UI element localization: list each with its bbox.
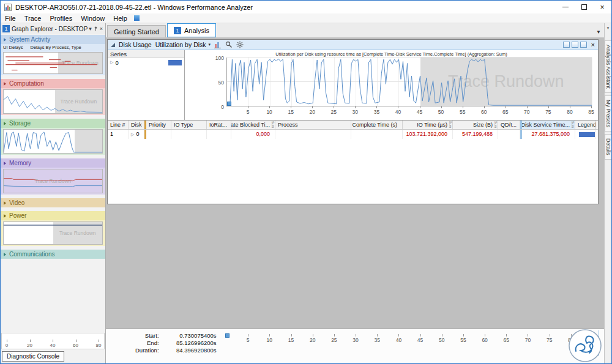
graph-explorer-close-icon[interactable]: × (99, 26, 104, 32)
row-expander-icon[interactable]: ▷ (131, 132, 134, 136)
open-graph-icon[interactable] (214, 41, 222, 48)
strip-menu-icon[interactable]: ▼ (605, 23, 611, 32)
side-tab-details[interactable]: Details (605, 134, 612, 160)
section-header-system-activity[interactable]: System Activity (1, 35, 105, 44)
section-header-memory[interactable]: Memory (1, 158, 105, 168)
section-label: Communications (9, 251, 54, 258)
table-only-icon[interactable] (580, 42, 587, 48)
series-pane: Series ▷0 (108, 50, 185, 120)
minimize-icon (562, 7, 569, 7)
preset-dropdown[interactable]: Utilization by Disk ▾ (155, 41, 211, 48)
explorer-timeline[interactable]: 020406080 (1, 333, 105, 349)
expander-icon (4, 162, 6, 165)
window-controls: × (556, 1, 611, 13)
column-header-complete-time-s[interactable]: Complete Time (s) (351, 121, 403, 129)
column-header-line[interactable]: Line # (108, 121, 129, 129)
tab-getting-started[interactable]: Getting Started (107, 25, 166, 37)
diagnostic-console-tab[interactable]: Diagnostic Console (2, 351, 64, 362)
column-header-label: Process (278, 122, 298, 128)
dock-chevron-icon[interactable]: ▾ (88, 26, 93, 32)
column-header-io-type[interactable]: IO Type (171, 121, 207, 129)
gridline-vertical (592, 58, 592, 106)
panel-close-icon[interactable]: × (591, 41, 595, 48)
panel-collapse-icon[interactable] (111, 43, 115, 47)
graph-thumbnail-power[interactable]: Trace Rundown (1, 220, 105, 246)
x-axis-tick (527, 106, 528, 108)
maximize-button[interactable] (575, 1, 593, 13)
pin-icon[interactable] (93, 26, 99, 32)
tab-analysis[interactable]: 1Analysis (167, 23, 216, 37)
thumbnail-sparkline (4, 53, 102, 73)
search-icon[interactable] (225, 41, 233, 48)
utilization-line (227, 58, 592, 106)
column-header-size-b[interactable]: Size (B)Sum (453, 121, 498, 129)
graph-thumbnail-memory[interactable]: Trace Rundown (1, 168, 105, 195)
aggregation-label: Sum (494, 121, 498, 128)
column-header-iorat[interactable]: IoRat... (207, 121, 231, 129)
timeline-tick-label: 20 (310, 337, 315, 343)
tab-overflow-icon[interactable]: ▼ (596, 29, 601, 37)
timeline-tick-label: 30 (353, 337, 358, 343)
utilization-plot[interactable]: Trace Rundown (226, 58, 592, 106)
column-header-io-time-s[interactable]: IO Time (µs)Sum (403, 121, 453, 129)
menu-extra-icon[interactable] (134, 15, 140, 21)
column-header-priority[interactable]: Priority (144, 121, 171, 129)
side-tab-my-presets[interactable]: My Presets (605, 95, 612, 132)
chevron-down-icon: ▾ (209, 42, 211, 47)
x-axis-labels: 510152025303540455055606570758085 (185, 106, 598, 120)
x-axis-tick (463, 106, 463, 108)
menu-item-file[interactable]: File (1, 15, 20, 22)
column-header-process[interactable]: Process (275, 121, 351, 129)
aggregation-label: Sum (271, 121, 275, 128)
minimize-button[interactable] (556, 1, 575, 13)
row-expander-icon[interactable]: ▷ (110, 60, 113, 65)
column-header-disk[interactable]: Disk (129, 121, 144, 129)
section-label: Memory (9, 160, 31, 166)
cell-size-b: 547.199,488 (453, 130, 498, 139)
graph-thumbnail-storage[interactable] (1, 128, 105, 155)
axis-tick (76, 340, 76, 342)
menu-item-trace[interactable]: Trace (20, 15, 46, 22)
axis-tick-label: 80 (96, 343, 102, 348)
section-header-power[interactable]: Power (1, 211, 105, 220)
timeline-tick (398, 334, 399, 336)
section-header-storage[interactable]: Storage (1, 119, 105, 128)
disk-usage-panel: Disk Usage Utilization by Disk ▾ (107, 39, 599, 204)
cell-disk-service-time: 27.681.375,000 (520, 130, 575, 139)
menu-item-window[interactable]: Window (76, 15, 109, 22)
section-header-computation[interactable]: Computation (1, 79, 105, 88)
expander-icon (4, 38, 6, 42)
timeline-axis[interactable]: 510152025303540455055606570758085 (226, 333, 592, 347)
series-row[interactable]: ▷0 (108, 58, 184, 67)
side-tab-analysis-assistant[interactable]: Analysis Assistant (605, 40, 612, 93)
gear-icon[interactable] (236, 41, 244, 48)
cell-value: 0,000 (256, 131, 270, 137)
x-axis-tick (291, 106, 291, 108)
section-header-communications[interactable]: Communications (1, 250, 105, 259)
section-header-video[interactable]: Video (1, 198, 105, 207)
timeline-tick-label: 35 (375, 337, 380, 343)
graph-thumbnail-computation[interactable]: Trace Rundown (1, 88, 105, 115)
window-title: DESKTOP-AR3O55I.07-21-2018.09-45-22.etl … (15, 4, 253, 11)
panel-header[interactable]: Disk Usage Utilization by Disk ▾ (108, 40, 598, 50)
graph-only-icon[interactable] (572, 42, 578, 48)
column-header-qd-i[interactable]: QD/I... (498, 121, 520, 129)
graph-thumbnail-system-activity[interactable]: Trace Rundown (1, 51, 105, 75)
timeline-tick (269, 334, 270, 336)
menu-item-profiles[interactable]: Profiles (45, 15, 76, 22)
tab-number-badge: 1 (174, 27, 181, 34)
column-header-disk-service-time[interactable]: Disk Service Time...Sum (520, 121, 575, 129)
grid-row[interactable]: 1▷00,000103.721.392,000547.199,48827.681… (108, 130, 598, 139)
close-button[interactable]: × (593, 1, 611, 13)
x-axis-label: 10 (266, 109, 272, 115)
column-header-legend[interactable]: Legend (575, 121, 596, 129)
view-editor-icon[interactable] (563, 42, 570, 48)
column-header-iorate-blocked-ti[interactable]: IoRate Blocked Ti...Sum (231, 121, 275, 129)
selection-marker-icon[interactable] (227, 102, 231, 106)
timeline-tick-label: 50 (439, 337, 444, 343)
wpa-logo (568, 329, 602, 363)
analysis-view: Getting Started1Analysis ▼ Disk Usage Ut… (106, 23, 604, 363)
cell-priority (144, 130, 171, 139)
menu-item-help[interactable]: Help (109, 15, 132, 22)
section-storage: Storage (1, 119, 105, 155)
